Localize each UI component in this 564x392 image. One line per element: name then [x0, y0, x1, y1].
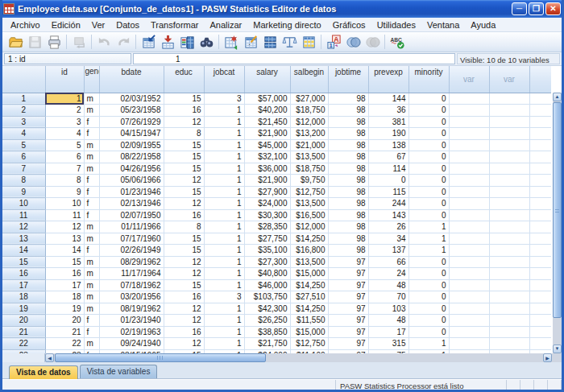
data-cell[interactable]: $38,850 [244, 326, 290, 338]
scroll-down-arrow-icon[interactable]: ▼ [553, 345, 562, 353]
column-header-jobtime[interactable]: jobtime [328, 66, 368, 93]
data-cell[interactable]: 12 [164, 175, 204, 187]
empty-cell[interactable] [529, 338, 551, 350]
data-cell[interactable]: 02/26/1949 [99, 245, 164, 257]
data-cell[interactable]: 19 [45, 303, 84, 315]
menu-archivo[interactable]: Archivo [5, 19, 46, 31]
data-cell[interactable]: $21,450 [244, 116, 290, 128]
data-cell[interactable]: 97 [328, 349, 368, 353]
menu-ventana[interactable]: Ventana [421, 19, 465, 31]
open-file-button[interactable] [6, 33, 25, 52]
row-number[interactable]: 15 [2, 256, 45, 268]
data-cell[interactable]: f [84, 245, 99, 257]
tab-variable-view[interactable]: Vista de variables [80, 365, 158, 378]
data-cell[interactable]: 0 [408, 175, 449, 187]
maximize-button[interactable]: ❐ [529, 2, 544, 15]
column-header-var-partial[interactable] [529, 66, 551, 93]
empty-cell[interactable] [489, 105, 529, 117]
data-cell[interactable]: $15,000 [290, 326, 328, 338]
empty-cell[interactable] [529, 256, 551, 268]
data-cell[interactable]: $12,000 [290, 116, 328, 128]
data-cell[interactable]: $11,100 [290, 349, 328, 353]
row-number[interactable]: 23 [2, 349, 45, 353]
empty-cell[interactable] [449, 151, 489, 163]
data-cell[interactable]: 1 [408, 349, 449, 353]
data-cell[interactable]: 1 [204, 326, 244, 338]
data-cell[interactable]: $27,300 [244, 256, 290, 268]
data-cell[interactable]: 98 [328, 105, 368, 117]
data-cell[interactable]: 09/24/1940 [99, 338, 164, 350]
empty-cell[interactable] [449, 291, 489, 303]
row-number[interactable]: 9 [2, 186, 45, 198]
data-cell[interactable]: 1 [408, 221, 449, 233]
goto-variable-button[interactable] [158, 33, 177, 52]
empty-cell[interactable] [529, 105, 551, 117]
empty-cell[interactable] [489, 233, 529, 245]
data-cell[interactable]: 1 [204, 221, 244, 233]
cell-editor[interactable]: 1 [133, 53, 455, 64]
empty-cell[interactable] [529, 303, 551, 315]
data-cell[interactable]: 1 [204, 186, 244, 198]
data-cell[interactable]: f [84, 116, 99, 128]
data-cell[interactable]: 21 [45, 326, 84, 338]
data-cell[interactable]: 0 [408, 256, 449, 268]
data-cell[interactable]: 15 [45, 256, 84, 268]
data-cell[interactable]: 0 [408, 315, 449, 327]
data-cell[interactable]: 12 [164, 268, 204, 280]
scroll-left-arrow-icon[interactable]: ◀ [45, 353, 54, 362]
empty-cell[interactable] [529, 139, 551, 151]
data-cell[interactable]: 16 [164, 209, 204, 221]
empty-cell[interactable] [529, 186, 551, 198]
row-number[interactable]: 17 [2, 279, 45, 291]
data-cell[interactable]: 98 [328, 151, 368, 163]
data-cell[interactable]: 2 [45, 105, 84, 117]
data-cell[interactable]: 0 [408, 151, 449, 163]
menu-ver[interactable]: Ver [86, 19, 111, 31]
data-cell[interactable]: m [84, 93, 99, 105]
empty-cell[interactable] [529, 93, 551, 105]
data-cell[interactable]: 1 [204, 209, 244, 221]
insert-cases-button[interactable] [222, 33, 241, 52]
data-cell[interactable]: 18 [45, 291, 84, 303]
data-cell[interactable]: 0 [408, 326, 449, 338]
data-cell[interactable]: 11 [45, 209, 84, 221]
data-cell[interactable]: 07/26/1929 [99, 116, 164, 128]
data-cell[interactable]: 98 [328, 221, 368, 233]
data-cell[interactable]: $9,750 [290, 175, 328, 187]
data-cell[interactable]: 02/03/1952 [99, 93, 164, 105]
menu-transformar[interactable]: Transformar [145, 19, 205, 31]
column-header-salbegin[interactable]: salbegin [290, 66, 328, 93]
empty-cell[interactable] [489, 198, 529, 210]
data-cell[interactable]: 98 [328, 245, 368, 257]
empty-cell[interactable] [489, 245, 529, 257]
empty-cell[interactable] [529, 221, 551, 233]
data-cell[interactable]: 98 [328, 233, 368, 245]
data-cell[interactable]: $18,750 [290, 105, 328, 117]
row-number[interactable]: 8 [2, 175, 45, 187]
data-cell[interactable]: 97 [328, 338, 368, 350]
data-cell[interactable]: 34 [368, 233, 408, 245]
data-cell[interactable]: f [84, 326, 99, 338]
data-cell[interactable]: $15,000 [290, 268, 328, 280]
data-cell[interactable]: 02/09/1955 [99, 139, 164, 151]
data-cell[interactable]: 1 [204, 151, 244, 163]
data-cell[interactable]: 4 [45, 128, 84, 140]
data-cell[interactable]: 1 [45, 93, 84, 105]
empty-cell[interactable] [529, 209, 551, 221]
empty-cell[interactable] [529, 175, 551, 187]
empty-cell[interactable] [529, 279, 551, 291]
data-cell[interactable]: 15 [164, 151, 204, 163]
empty-cell[interactable] [529, 151, 551, 163]
title-bar[interactable]: Employee data.sav [Conjunto_de_datos1] -… [0, 0, 564, 18]
data-cell[interactable]: 07/18/1962 [99, 279, 164, 291]
data-cell[interactable]: 97 [328, 256, 368, 268]
data-cell[interactable]: $27,000 [290, 93, 328, 105]
empty-cell[interactable] [529, 233, 551, 245]
data-cell[interactable]: 98 [328, 186, 368, 198]
data-cell[interactable]: 0 [408, 93, 449, 105]
data-cell[interactable]: 16 [45, 268, 84, 280]
column-header-jobcat[interactable]: jobcat [204, 66, 244, 93]
data-cell[interactable]: 98 [328, 198, 368, 210]
data-cell[interactable]: 1 [408, 338, 449, 350]
data-cell[interactable]: 97 [328, 315, 368, 327]
